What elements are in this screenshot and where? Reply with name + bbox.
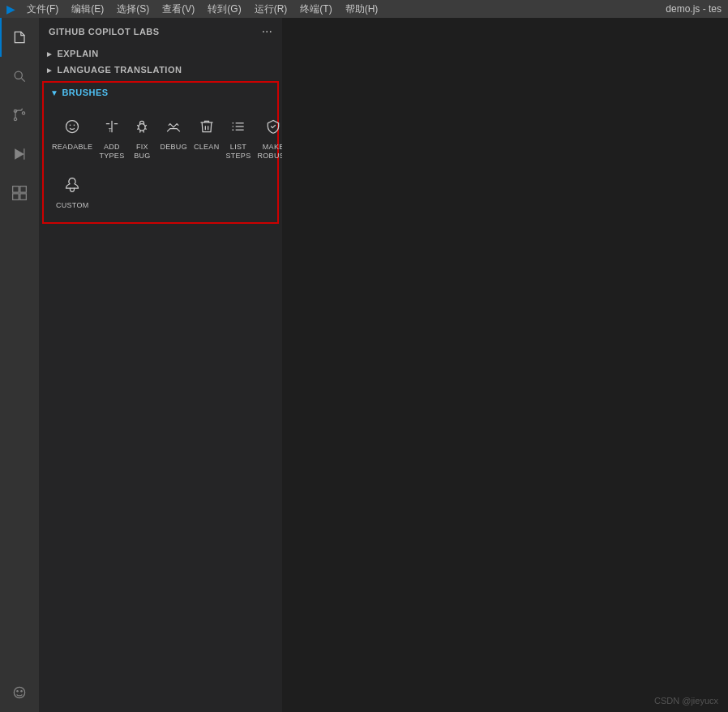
list-steps-label: LIST STEPS [225, 143, 251, 161]
clean-icon [195, 115, 218, 138]
svg-line-23 [140, 131, 141, 133]
custom-label: CUSTOM [56, 201, 89, 210]
svg-rect-10 [20, 194, 27, 200]
svg-point-15 [70, 125, 71, 127]
brushes-chevron-icon: ▼ [50, 88, 58, 97]
explain-chevron-icon: ► [45, 49, 54, 58]
custom-icon [61, 174, 84, 196]
brush-add-types[interactable]: T ADD TYPES [97, 112, 126, 164]
svg-line-22 [145, 129, 148, 130]
brush-debug[interactable]: DEBUG [158, 112, 189, 164]
make-robust-label: MAKE ROBUST [257, 143, 282, 161]
titlebar-menus: 文件(F) 编辑(E) 选择(S) 查看(V) 转到(G) 运行(R) 终端(T… [22, 2, 383, 16]
debug-icon [162, 115, 185, 138]
menu-help[interactable]: 帮助(H) [340, 2, 383, 16]
titlebar: ▶ 文件(F) 编辑(E) 选择(S) 查看(V) 转到(G) 运行(R) 终端… [0, 0, 728, 18]
menu-terminal[interactable]: 终端(T) [295, 2, 336, 16]
svg-point-4 [22, 112, 24, 114]
panel-more-button[interactable]: ··· [262, 24, 272, 39]
language-translation-section-header[interactable]: ► LANGUAGE TRANSLATION [39, 62, 282, 78]
menu-file[interactable]: 文件(F) [22, 2, 63, 16]
brushes-grid: READABLE T ADD TYPES FIX BUG [44, 102, 277, 222]
svg-point-16 [74, 125, 75, 127]
brush-clean[interactable]: CLEAN [192, 112, 221, 164]
explain-section-header[interactable]: ► EXPLAIN [39, 45, 282, 62]
explain-label: EXPLAIN [57, 49, 98, 58]
readable-label: READABLE [52, 143, 92, 152]
clean-label: CLEAN [194, 143, 220, 152]
activity-icon-extensions[interactable] [0, 174, 39, 212]
add-types-icon: T [101, 115, 123, 138]
svg-point-14 [66, 121, 79, 133]
svg-point-12 [16, 690, 19, 693]
menu-select[interactable]: 选择(S) [112, 2, 154, 16]
language-translation-chevron-icon: ► [45, 66, 54, 75]
svg-point-11 [14, 687, 24, 697]
list-steps-icon [227, 115, 250, 138]
svg-text:T: T [109, 127, 112, 133]
menu-run[interactable]: 运行(R) [250, 2, 293, 16]
brush-custom[interactable]: CUSTOM [50, 170, 94, 213]
sidebar: GITHUB COPILOT LABS ··· ► EXPLAIN ► LANG… [39, 18, 282, 712]
fix-bug-label: FIX BUG [131, 143, 153, 161]
fix-bug-icon [131, 115, 153, 138]
svg-point-3 [14, 118, 16, 120]
activity-bar [0, 18, 39, 712]
svg-point-0 [15, 71, 22, 79]
svg-rect-8 [20, 187, 27, 193]
add-types-label: ADD TYPES [99, 143, 124, 161]
debug-label: DEBUG [160, 143, 187, 152]
titlebar-left: ▶ 文件(F) 编辑(E) 选择(S) 查看(V) 转到(G) 运行(R) 终端… [6, 2, 383, 16]
svg-point-13 [20, 690, 23, 693]
menu-edit[interactable]: 编辑(E) [66, 2, 109, 16]
activity-icon-run[interactable] [0, 135, 39, 174]
panel-header: GITHUB COPILOT LABS ··· [39, 18, 282, 45]
readable-icon [61, 115, 84, 138]
activity-icon-copilot[interactable] [0, 673, 39, 712]
explain-section: ► EXPLAIN [39, 45, 282, 62]
brush-make-robust[interactable]: MAKE ROBUST [255, 112, 282, 164]
activity-icon-git[interactable] [0, 96, 39, 135]
svg-marker-5 [15, 148, 24, 159]
make-robust-icon [262, 115, 282, 138]
svg-line-1 [22, 79, 25, 82]
language-translation-label: LANGUAGE TRANSLATION [57, 65, 182, 75]
svg-line-24 [143, 131, 144, 133]
brush-list-steps[interactable]: LIST STEPS [224, 112, 252, 164]
svg-rect-7 [13, 187, 19, 193]
watermark: CSDN @jieyucx [654, 696, 718, 706]
language-translation-section: ► LANGUAGE TRANSLATION [39, 62, 282, 78]
brushes-section: ▼ BRUSHES READABLE T ADD TYPES [42, 81, 279, 224]
brushes-section-header[interactable]: ▼ BRUSHES [44, 83, 277, 102]
brush-readable[interactable]: READABLE [50, 112, 94, 164]
menu-view[interactable]: 查看(V) [157, 2, 199, 16]
svg-line-21 [138, 129, 140, 130]
titlebar-title: demo.js - tes [666, 3, 722, 15]
vscode-icon: ▶ [6, 2, 15, 15]
panel-title: GITHUB COPILOT LABS [49, 27, 160, 36]
activity-icon-search[interactable] [0, 57, 39, 96]
svg-rect-9 [13, 194, 19, 200]
activity-icon-files[interactable] [0, 18, 39, 57]
menu-goto[interactable]: 转到(G) [203, 2, 246, 16]
main-content [282, 18, 728, 712]
app-layout: GITHUB COPILOT LABS ··· ► EXPLAIN ► LANG… [0, 18, 728, 712]
brush-fix-bug[interactable]: FIX BUG [129, 112, 155, 164]
brushes-label: BRUSHES [62, 88, 108, 97]
